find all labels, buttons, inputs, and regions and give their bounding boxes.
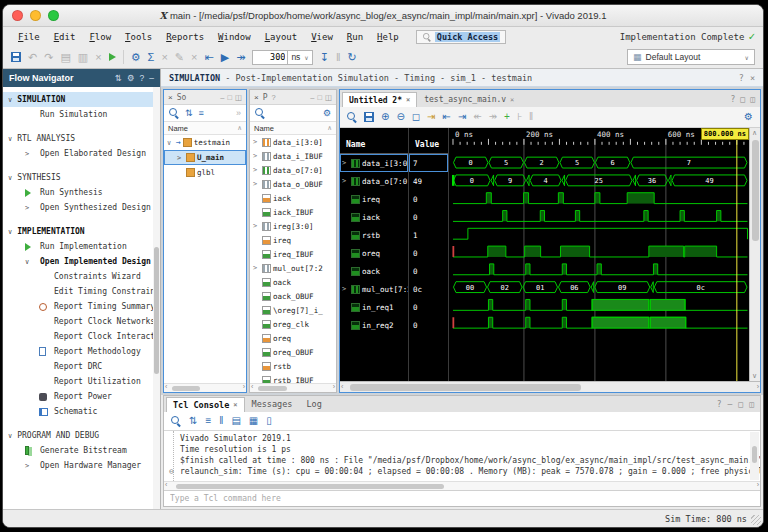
close-icon[interactable]: × <box>750 73 755 83</box>
object-item-iack[interactable]: iack <box>250 191 336 205</box>
zoom-fit-icon[interactable]: ◻ <box>412 112 420 122</box>
help-icon[interactable]: ? <box>717 400 722 409</box>
wave-signal-data-o-7-0[interactable]: >data_o[7:0] <box>340 172 408 190</box>
previous-transition-icon[interactable]: ⇤ <box>442 112 450 122</box>
run-all-icon[interactable]: ▶ <box>221 52 229 63</box>
paste-icon[interactable]: ▥ <box>78 52 88 63</box>
object-item-data-o-obuf[interactable]: >data_o_OBUF <box>250 177 336 191</box>
flow-item-report-timing-summary[interactable]: Report Timing Summary <box>3 299 160 314</box>
wave-signal-in-req1[interactable]: in_req1 <box>340 298 408 316</box>
object-item-ireg-3-0[interactable]: >ireg[3:0] <box>250 219 336 233</box>
zoom-window-button[interactable] <box>48 10 59 21</box>
expand-all-icon[interactable]: ≡ <box>205 416 211 426</box>
search-icon[interactable] <box>255 108 265 118</box>
object-item-rstb[interactable]: rstb <box>250 359 336 373</box>
chevron-down-icon[interactable]: ∨ <box>167 139 174 147</box>
flow-item-report-drc[interactable]: Report DRC <box>3 359 160 374</box>
close-window-button[interactable] <box>12 10 23 21</box>
flow-item-run-synthesis[interactable]: Run Synthesis <box>3 185 160 200</box>
wave-tab-test-async-main-v[interactable]: test_async_main.v× <box>417 92 521 107</box>
tcl-command-input[interactable] <box>164 491 760 506</box>
save-waveform-icon[interactable] <box>364 112 374 122</box>
redo-icon[interactable]: ↷ <box>44 52 53 63</box>
menu-help[interactable]: Help <box>370 32 406 42</box>
relaunch-icon[interactable]: ↻ <box>348 52 357 63</box>
minimize-panel-icon[interactable]: – <box>728 400 733 409</box>
flow-item-open-elaborated-design[interactable]: >Open Elaborated Design <box>3 146 160 161</box>
object-item-oack[interactable]: oack <box>250 275 336 289</box>
maximize-panel-icon[interactable]: □ <box>317 93 322 102</box>
help-icon[interactable]: ? <box>272 93 276 102</box>
menu-window[interactable]: Window <box>211 32 258 42</box>
add-marker-icon[interactable]: + <box>504 112 510 122</box>
clear-console-icon[interactable]: ▯ <box>266 416 272 426</box>
search-icon[interactable] <box>169 108 179 118</box>
scrollbar[interactable] <box>153 87 160 509</box>
flow-item-edit-timing-constraints[interactable]: Edit Timing Constraints <box>3 284 160 299</box>
minimize-panel-icon[interactable]: – <box>149 73 154 83</box>
scrollbar[interactable]: ‹› <box>250 383 336 392</box>
minimize-window-button[interactable] <box>30 10 41 21</box>
flow-item-schematic[interactable]: Schematic <box>3 404 160 419</box>
collapse-icon[interactable]: ∨ <box>8 96 12 104</box>
run-icon[interactable] <box>109 53 116 61</box>
chevron-right-icon[interactable]: > <box>342 159 349 167</box>
next-transition-icon[interactable]: ⇥ <box>458 112 466 122</box>
menu-flow[interactable]: Flow <box>82 32 118 42</box>
maximize-panel-icon[interactable]: □ <box>227 93 232 102</box>
flow-item-open-synthesized-design[interactable]: >Open Synthesized Design <box>3 200 160 215</box>
collapse-icon[interactable]: ∨ <box>8 174 12 182</box>
float-panel-icon[interactable]: ◫ <box>235 93 242 102</box>
save-project-icon[interactable] <box>11 52 21 62</box>
wave-signal-rstb[interactable]: rstb <box>340 226 408 244</box>
object-item-oreg-7-i[interactable]: \oreg[7]_i_ <box>250 303 336 317</box>
flow-item-generate-bitstream[interactable]: Generate Bitstream <box>3 443 160 458</box>
menu-edit[interactable]: Edit <box>47 32 83 42</box>
wave-signal-ireq[interactable]: ireq <box>340 190 408 208</box>
step-icon[interactable]: ↧ <box>320 52 329 63</box>
collapse-icon[interactable]: ∨ <box>8 135 12 143</box>
help-icon[interactable]: ? <box>140 73 145 83</box>
chevron-right-icon[interactable]: > <box>25 150 29 158</box>
close-tab-icon[interactable]: × <box>510 96 514 104</box>
scrollbar[interactable]: ‹› <box>164 383 246 392</box>
scope-item-u-main[interactable]: >U_main <box>164 150 246 165</box>
chevron-right-icon[interactable]: > <box>342 285 349 293</box>
scrollbar[interactable]: ∧ ∨ <box>749 128 760 381</box>
chevron-right-icon[interactable]: > <box>253 222 260 230</box>
object-item-data-i-ibuf[interactable]: >data_i_IBUF <box>250 149 336 163</box>
object-item-data-o-7-0[interactable]: >data_o[7:0] <box>250 163 336 177</box>
scrollbar[interactable]: ‹ › <box>340 381 760 392</box>
pause-icon[interactable]: ‖ <box>336 52 341 63</box>
delete-icon[interactable]: × <box>95 52 101 63</box>
zoom-out-icon[interactable]: ⊖ <box>396 112 404 122</box>
objects-column-header[interactable]: Name∧ <box>250 122 336 135</box>
close-tab-icon[interactable]: × <box>406 96 410 104</box>
flow-item-open-hardware-manager[interactable]: >Open Hardware Manager <box>3 458 160 473</box>
search-icon[interactable] <box>171 416 181 426</box>
copy-icon[interactable]: ▤ <box>231 416 240 426</box>
collapse-all-icon[interactable]: ⇅ <box>185 109 193 118</box>
layout-selector[interactable]: ▦ Default Layout ∨ <box>627 49 755 65</box>
flow-item-report-clock-networks[interactable]: Report Clock Networks <box>3 314 160 329</box>
menu-tools[interactable]: Tools <box>118 32 159 42</box>
run-time-input[interactable] <box>252 50 288 65</box>
report-sum-icon[interactable]: Σ <box>148 52 155 63</box>
flow-section-header-implementation[interactable]: ∨IMPLEMENTATION <box>3 224 160 239</box>
table-view-icon[interactable]: ▦ <box>249 416 258 426</box>
console-tab-messages[interactable]: Messages <box>245 396 300 412</box>
chevron-down-icon[interactable]: ∨ <box>25 258 29 266</box>
object-item-ireq-ibuf[interactable]: ireq_IBUF <box>250 247 336 261</box>
collapse-all-icon[interactable]: ⇅ <box>189 416 197 426</box>
wave-signal-in-req2[interactable]: in_req2 <box>340 316 408 334</box>
scrollbar[interactable]: ‹› <box>164 481 760 490</box>
console-output[interactable]: Vivado Simulator 2019.1Time resolution i… <box>164 431 760 481</box>
scrollbar[interactable] <box>750 432 759 480</box>
pause-icon[interactable]: ‖ <box>529 112 533 122</box>
flow-item-report-clock-interaction[interactable]: Report Clock Interaction <box>3 329 160 344</box>
wave-signal-oreq[interactable]: oreq <box>340 244 408 262</box>
object-item-rstb-ibuf[interactable]: rstb_IBUF <box>250 373 336 383</box>
pause-output-icon[interactable]: ‖ <box>219 416 223 426</box>
settings-gear-icon[interactable]: ⚙ <box>323 109 331 118</box>
search-icon[interactable] <box>347 112 357 122</box>
